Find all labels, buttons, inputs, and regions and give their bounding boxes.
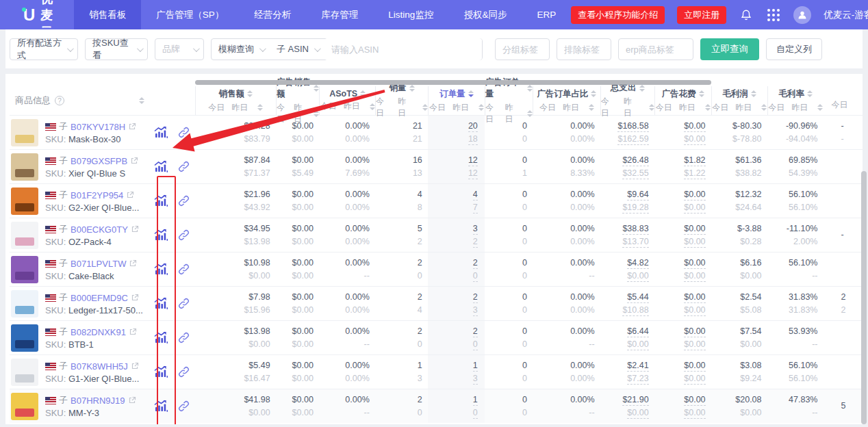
column-header[interactable]: 销量 今日 昨日 — [375, 86, 428, 115]
adcost-today-link[interactable]: $0.00 — [684, 361, 705, 372]
user-name[interactable]: 优麦云-游客 — [824, 9, 868, 21]
spend-today-link[interactable]: $26.48 — [622, 155, 648, 166]
info-icon[interactable]: ? — [55, 96, 64, 105]
trend-chart-icon[interactable] — [149, 116, 173, 149]
adcost-today-link[interactable]: $0.00 — [684, 258, 705, 269]
adcost-today-link[interactable]: $1.82 — [684, 155, 705, 166]
spend-today-link[interactable]: $21.90 — [622, 395, 648, 406]
orders-today-link[interactable]: 4 — [473, 190, 478, 200]
nav-item-auth-sync[interactable]: 授权&同步 — [448, 0, 522, 29]
sort-carets[interactable] — [817, 104, 823, 111]
adcost-today-link[interactable]: $0.00 — [684, 224, 705, 235]
avatar[interactable] — [793, 6, 811, 24]
trend-chart-icon[interactable] — [149, 253, 173, 286]
sort-carets[interactable] — [639, 85, 645, 92]
adcost-today-link[interactable]: $0.00 — [684, 292, 705, 303]
trend-chart-icon[interactable] — [149, 355, 173, 389]
subheader-yesterday[interactable]: 昨日 — [791, 102, 808, 114]
adcost-yesterday-link[interactable]: $0.00 — [684, 271, 705, 282]
external-link-icon[interactable] — [131, 294, 139, 302]
subheader-today[interactable]: 今日 — [656, 102, 672, 114]
sort-carets[interactable] — [699, 90, 704, 97]
external-link-icon[interactable] — [131, 362, 139, 370]
subheader-today[interactable]: 今日 — [539, 102, 556, 114]
subheader-yesterday[interactable]: 昨日 — [735, 102, 752, 114]
nav-item-inventory[interactable]: 库存管理 — [306, 0, 373, 29]
column-header[interactable]: 销售额 今日 昨日 — [195, 86, 276, 115]
asin-link[interactable]: B079GXSFPB — [71, 156, 127, 166]
sort-carets[interactable] — [257, 104, 263, 111]
column-header[interactable]: ASoTS 今日 昨日 — [319, 86, 375, 115]
nav-item-sales-board[interactable]: 销售看板 — [74, 0, 141, 29]
asin-link[interactable]: B000EFMD9C — [71, 293, 128, 303]
external-link-icon[interactable] — [128, 122, 136, 131]
subheader-yesterday[interactable]: 昨日 — [452, 102, 469, 114]
external-link-icon[interactable] — [131, 225, 139, 233]
spend-today-link[interactable]: $2.41 — [627, 361, 648, 372]
sort-carets[interactable] — [761, 104, 767, 111]
spend-today-link[interactable]: $5.44 — [627, 292, 648, 303]
external-link-icon[interactable] — [126, 191, 134, 199]
copy-link-icon[interactable] — [173, 321, 195, 354]
adcost-today-link[interactable]: $0.00 — [684, 395, 705, 406]
spend-today-link[interactable]: $38.83 — [622, 224, 648, 235]
copy-link-icon[interactable] — [173, 150, 195, 183]
sort-carets[interactable] — [807, 90, 813, 97]
subheader-today[interactable]: 今日 — [768, 102, 784, 114]
spend-yesterday-link[interactable]: $32.55 — [622, 168, 648, 179]
orders-yesterday-link[interactable]: 2 — [473, 237, 478, 248]
subheader-today[interactable]: 今日 — [320, 101, 337, 112]
asin-link[interactable]: B00ECKG0TY — [71, 224, 128, 235]
product-image[interactable] — [11, 290, 38, 318]
bell-icon[interactable] — [739, 8, 754, 23]
product-image[interactable] — [11, 187, 38, 215]
column-header[interactable]: 总支出 今日 昨日 — [600, 86, 654, 115]
copy-link-icon[interactable] — [173, 287, 195, 320]
subheader-today[interactable]: 今日 — [429, 102, 446, 114]
nav-item-erp[interactable]: ERP — [522, 0, 571, 29]
nav-item-business-analysis[interactable]: 经营分析 — [239, 0, 306, 29]
spend-yesterday-link[interactable]: $0.00 — [627, 339, 648, 350]
spend-yesterday-link[interactable]: $19.28 — [622, 203, 648, 214]
sort-carets[interactable] — [705, 104, 711, 111]
column-header[interactable]: 广告花费 今日 昨日 — [654, 86, 711, 115]
trend-chart-icon[interactable] — [149, 321, 173, 354]
group-tag-input[interactable] — [496, 39, 549, 60]
adcost-yesterday-link[interactable]: $0.00 — [684, 408, 705, 419]
trend-chart-icon[interactable] — [149, 218, 173, 252]
asin-link[interactable]: B071LPVLTW — [71, 259, 126, 269]
copy-link-icon[interactable] — [173, 355, 195, 389]
external-link-icon[interactable] — [130, 157, 138, 165]
trend-chart-icon[interactable] — [149, 287, 173, 320]
subheader-today[interactable]: 今日 — [208, 102, 225, 114]
spend-today-link[interactable]: $6.44 — [627, 326, 648, 337]
spend-today-link[interactable]: $168.58 — [617, 121, 648, 132]
copy-link-icon[interactable] — [173, 184, 195, 218]
adcost-yesterday-link[interactable]: $0.00 — [684, 203, 705, 214]
nav-item-ad-management[interactable]: 广告管理（SP） — [141, 0, 239, 29]
product-image[interactable] — [11, 153, 38, 181]
asin-link[interactable]: B07K8WHH5J — [71, 361, 128, 372]
product-image[interactable] — [11, 119, 38, 146]
adcost-yesterday-link[interactable]: $1.22 — [684, 168, 705, 179]
adcost-today-link[interactable]: $0.00 — [684, 121, 705, 132]
orders-today-link[interactable]: 3 — [473, 224, 478, 235]
sort-carets[interactable] — [751, 90, 756, 97]
orders-yesterday-link[interactable]: 3 — [473, 305, 478, 316]
copy-link-icon[interactable] — [173, 218, 195, 252]
fuzzy-search-select[interactable]: 模糊查询 — [212, 39, 270, 60]
orders-yesterday-link[interactable]: 7 — [473, 203, 478, 214]
erp-tag-input[interactable] — [619, 39, 693, 60]
spend-yesterday-link[interactable]: $13.70 — [622, 237, 648, 248]
sort-carets[interactable] — [247, 90, 253, 97]
register-button[interactable]: 立即注册 — [677, 6, 726, 24]
asin-link[interactable]: B07KYV178H — [71, 122, 125, 132]
sort-carets[interactable] — [589, 104, 594, 111]
orders-today-link[interactable]: 1 — [473, 361, 478, 372]
subheader-today[interactable]: 今日 — [712, 102, 728, 114]
adcost-today-link[interactable]: $0.00 — [684, 190, 705, 200]
orders-yesterday-link[interactable]: 3 — [473, 374, 478, 385]
orders-today-link[interactable]: 2 — [473, 292, 478, 303]
sort-carets[interactable] — [591, 90, 596, 97]
sort-carets[interactable] — [649, 104, 654, 111]
